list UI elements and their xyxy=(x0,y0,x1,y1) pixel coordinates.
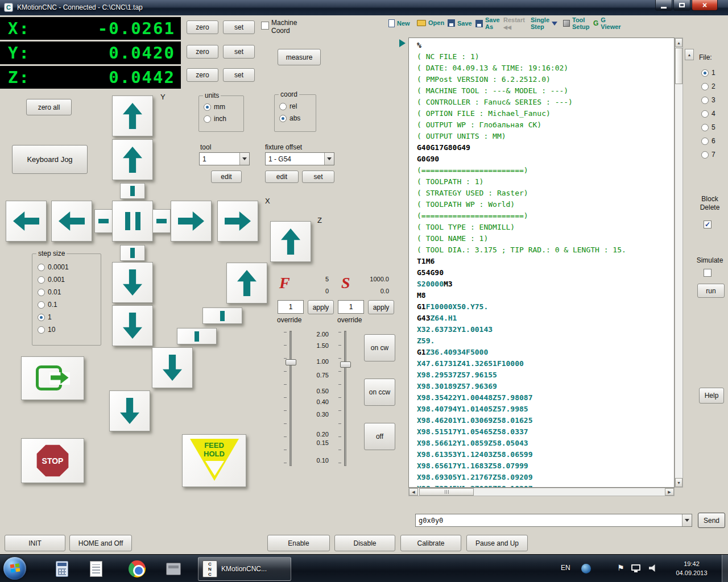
speed-override-input[interactable] xyxy=(338,300,364,314)
units-option-inch[interactable]: inch xyxy=(204,115,226,123)
file-option-7[interactable]: 7 xyxy=(701,151,715,159)
run-button[interactable]: run xyxy=(697,284,725,298)
feed-override-slider[interactable] xyxy=(289,331,292,466)
jog-x-minus-fast-button[interactable] xyxy=(6,201,47,242)
feed-apply-button[interactable]: apply xyxy=(308,300,334,314)
gcode-exit-button[interactable] xyxy=(21,356,84,400)
bottom-button-init[interactable]: INIT xyxy=(5,535,65,551)
feed-override-input[interactable] xyxy=(278,300,304,314)
fixture-dropdown-arrow-icon[interactable] xyxy=(324,153,334,165)
taskbar-calculator-icon[interactable] xyxy=(52,559,72,579)
scroll-down-icon[interactable]: ▼ xyxy=(675,478,682,487)
taskbar-chrome-icon[interactable] xyxy=(127,559,147,579)
toolbar-single-step-button[interactable]: SingleStep xyxy=(531,16,557,30)
toolbar-save-button[interactable]: Save xyxy=(448,19,472,27)
tool-select[interactable]: 1 xyxy=(199,152,250,165)
file-option-3[interactable]: 3 xyxy=(701,96,715,104)
jog-z-plus-fast-button[interactable] xyxy=(270,221,311,262)
jog-z-plus-button[interactable] xyxy=(226,263,267,304)
jog-y-minus-button[interactable] xyxy=(112,262,153,303)
jog-y-plus-fast-button[interactable] xyxy=(112,95,153,136)
panel-scroll-up-button[interactable]: ▲ xyxy=(685,49,694,60)
scroll-right-icon[interactable]: ▶ xyxy=(665,488,674,496)
scroll-left-icon[interactable]: ◀ xyxy=(409,488,418,496)
zero-y-button[interactable]: zero xyxy=(187,45,218,59)
language-indicator[interactable]: EN xyxy=(561,564,570,572)
fixture-offset-select[interactable]: 1 - G54 xyxy=(265,152,334,165)
feed-hold-button[interactable]: FEEDHOLD xyxy=(182,434,246,487)
stop-button[interactable]: STOP xyxy=(21,438,84,483)
jog-z-step-minus-button[interactable] xyxy=(177,328,217,344)
coord-option-rel[interactable]: rel xyxy=(279,102,300,110)
spindle-off-button[interactable]: off xyxy=(364,423,395,450)
set-y-button[interactable]: set xyxy=(223,45,255,59)
speed-override-slider[interactable] xyxy=(344,331,346,466)
tray-kmotion-icon[interactable] xyxy=(581,564,591,573)
file-option-1[interactable]: 1 xyxy=(701,69,715,77)
taskbar-notepad-icon[interactable] xyxy=(86,559,106,579)
jog-x-plus-fast-button[interactable] xyxy=(217,201,258,242)
tool-edit-button[interactable]: edit xyxy=(211,171,242,183)
measure-button[interactable]: measure xyxy=(278,49,321,65)
maximize-button[interactable] xyxy=(673,0,690,11)
block-delete-checkbox[interactable] xyxy=(704,221,712,228)
file-option-2[interactable]: 2 xyxy=(701,82,715,90)
jog-y-step-minus-button[interactable] xyxy=(120,245,145,261)
vertical-scroll-thumb[interactable] xyxy=(675,48,682,84)
jog-y-plus-button[interactable] xyxy=(112,139,153,180)
bottom-button-calibrate[interactable]: Calibrate xyxy=(400,535,461,551)
toolbar-tool-setup-button[interactable]: ToolSetup xyxy=(563,16,590,30)
jog-x-plus-button[interactable] xyxy=(171,201,212,242)
close-button[interactable]: × xyxy=(692,0,718,11)
step-size-option-1[interactable]: 1 xyxy=(38,313,69,321)
taskbar-clock[interactable]: 19:42 04.09.2013 xyxy=(670,559,713,577)
minimize-button[interactable] xyxy=(655,0,672,11)
zero-all-button[interactable]: zero all xyxy=(26,99,72,115)
file-option-6[interactable]: 6 xyxy=(701,137,715,145)
taskbar-kmotioncnc-button[interactable]: CNC KMotionCNC... xyxy=(198,557,291,581)
spindle-on-ccw-button[interactable]: on ccw xyxy=(364,379,395,406)
tray-volume-icon[interactable] xyxy=(649,564,657,572)
bottom-button-home-and-off[interactable]: HOME and Off xyxy=(69,535,132,551)
send-button[interactable]: Send xyxy=(698,513,725,528)
set-x-button[interactable]: set xyxy=(223,20,255,34)
step-size-option-0-01[interactable]: 0.01 xyxy=(38,288,69,296)
step-size-option-10[interactable]: 10 xyxy=(38,326,69,334)
jog-y-minus-fast-button[interactable] xyxy=(112,305,153,346)
horizontal-scroll-thumb[interactable] xyxy=(419,488,474,496)
step-size-option-0-0001[interactable]: 0.0001 xyxy=(38,263,69,271)
toolbar-open-button[interactable]: Open xyxy=(417,19,444,26)
toolbar-new-button[interactable]: New xyxy=(388,19,410,27)
jog-x-minus-button[interactable] xyxy=(51,201,92,242)
jog-z-step-plus-button[interactable] xyxy=(202,307,242,324)
tray-network-icon[interactable] xyxy=(631,564,640,571)
zero-z-button[interactable]: zero xyxy=(187,68,218,82)
bottom-button-pause-and-up[interactable]: Pause and Up xyxy=(466,535,528,551)
tray-action-center-flag-icon[interactable]: ⚑ xyxy=(617,564,624,572)
taskbar-app-icon[interactable] xyxy=(164,559,183,579)
jog-x-step-minus-button[interactable] xyxy=(94,209,113,233)
mdi-dropdown-arrow-icon[interactable] xyxy=(682,514,692,526)
editor-vertical-scrollbar[interactable]: ▲ ▼ xyxy=(675,38,683,488)
start-button[interactable] xyxy=(3,557,26,580)
jog-z-minus-fast-button[interactable] xyxy=(109,390,150,431)
jog-pause-button[interactable] xyxy=(112,201,153,242)
help-button[interactable]: Help xyxy=(699,388,724,404)
file-option-4[interactable]: 4 xyxy=(701,110,715,118)
jog-x-step-plus-button[interactable] xyxy=(152,209,171,233)
feed-slider-thumb[interactable] xyxy=(286,359,296,365)
speed-slider-thumb[interactable] xyxy=(340,361,351,368)
fixture-edit-button[interactable]: edit xyxy=(265,171,299,183)
editor-horizontal-scrollbar[interactable]: ◀ ▶ xyxy=(408,488,675,496)
set-z-button[interactable]: set xyxy=(223,68,255,82)
jog-y-step-plus-button[interactable] xyxy=(120,183,145,199)
toolbar-g-viewer-button[interactable]: G GViewer xyxy=(593,16,621,30)
simulate-checkbox[interactable] xyxy=(704,269,712,277)
show-desktop-button[interactable] xyxy=(722,555,728,582)
toolbar-save-as-button[interactable]: SaveAs xyxy=(475,16,500,30)
keyboard-jog-button[interactable]: Keyboard Jog xyxy=(12,145,88,174)
coord-option-abs[interactable]: abs xyxy=(279,114,300,122)
gcode-editor[interactable]: %( NC FILE : 1)( DATE: 04.09.13 & TIME: … xyxy=(408,38,675,488)
file-option-5[interactable]: 5 xyxy=(701,123,715,131)
bottom-button-enable[interactable]: Enable xyxy=(267,535,330,551)
